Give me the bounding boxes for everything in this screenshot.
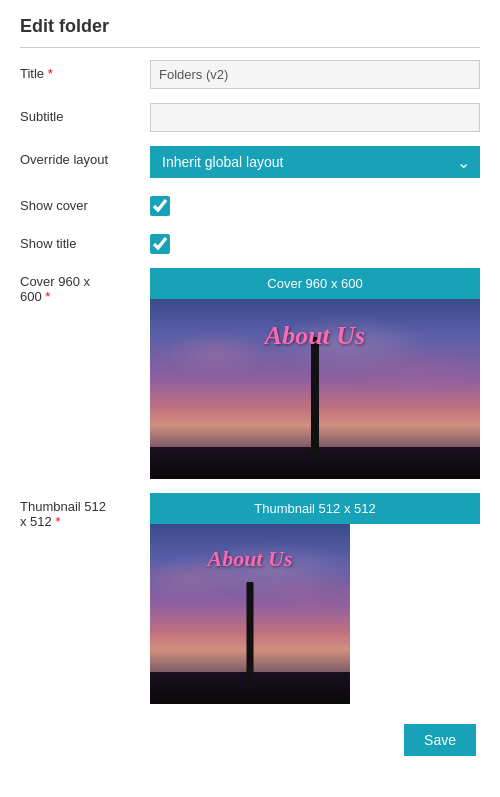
title-control <box>150 60 480 89</box>
show-title-row: Show title <box>20 230 480 254</box>
show-title-checkbox[interactable] <box>150 234 170 254</box>
cover-control: Cover 960 x 600 About Us <box>150 268 480 479</box>
show-title-control <box>150 230 480 254</box>
thumbnail-upload-button[interactable]: Thumbnail 512 x 512 <box>150 493 480 524</box>
thumbnail-about-us-text: About Us <box>208 546 293 572</box>
override-layout-label: Override layout <box>20 146 150 167</box>
cover-scene: About Us <box>150 299 480 479</box>
cross-vertical <box>311 337 319 457</box>
cover-label: Cover 960 x600 * <box>20 268 150 304</box>
cover-about-us-text: About Us <box>265 321 365 351</box>
save-row: Save <box>20 724 480 756</box>
thumbnail-label: Thumbnail 512x 512 * <box>20 493 150 529</box>
subtitle-input[interactable] <box>150 103 480 132</box>
page-title: Edit folder <box>20 16 480 48</box>
title-row: Title * <box>20 60 480 89</box>
save-button[interactable]: Save <box>404 724 476 756</box>
title-required: * <box>48 66 53 81</box>
cover-upload-button[interactable]: Cover 960 x 600 <box>150 268 480 299</box>
show-cover-row: Show cover <box>20 192 480 216</box>
cover-row: Cover 960 x600 * Cover 960 x 600 About U… <box>20 268 480 479</box>
cover-image-preview: About Us <box>150 299 480 479</box>
show-cover-label: Show cover <box>20 192 150 213</box>
title-input[interactable] <box>150 60 480 89</box>
thumbnail-control: Thumbnail 512 x 512 About Us <box>150 493 480 704</box>
override-layout-control: Inherit global layout Option 2 Option 3 … <box>150 146 480 178</box>
subtitle-control <box>150 103 480 132</box>
title-label: Title * <box>20 60 150 81</box>
thumbnail-scene: About Us <box>150 524 350 704</box>
override-layout-select-wrapper: Inherit global layout Option 2 Option 3 … <box>150 146 480 178</box>
thumbnail-row: Thumbnail 512x 512 * Thumbnail 512 x 512… <box>20 493 480 704</box>
show-cover-control <box>150 192 480 216</box>
thumbnail-cross-vertical <box>247 582 254 682</box>
subtitle-label: Subtitle <box>20 103 150 124</box>
subtitle-row: Subtitle <box>20 103 480 132</box>
show-cover-checkbox[interactable] <box>150 196 170 216</box>
override-layout-select[interactable]: Inherit global layout Option 2 Option 3 <box>150 146 480 178</box>
override-layout-row: Override layout Inherit global layout Op… <box>20 146 480 178</box>
thumbnail-image-preview: About Us <box>150 524 350 704</box>
show-title-label: Show title <box>20 230 150 251</box>
